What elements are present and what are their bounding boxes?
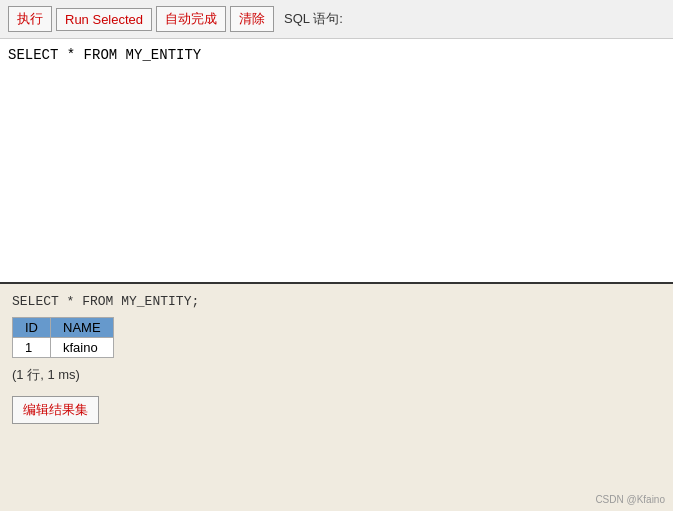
- top-panel: 执行 Run Selected 自动完成 清除 SQL 语句:: [0, 0, 673, 284]
- table-row: 1 kfaino: [13, 338, 114, 358]
- sql-label: SQL 语句:: [284, 10, 343, 28]
- query-display: SELECT * FROM MY_ENTITY;: [12, 294, 661, 309]
- run-selected-button[interactable]: Run Selected: [56, 8, 152, 31]
- result-table: ID NAME 1 kfaino: [12, 317, 114, 358]
- sql-editor[interactable]: [0, 39, 673, 279]
- execute-button[interactable]: 执行: [8, 6, 52, 32]
- row-info: (1 行, 1 ms): [12, 366, 661, 384]
- toolbar: 执行 Run Selected 自动完成 清除 SQL 语句:: [0, 0, 673, 39]
- cell-id: 1: [13, 338, 51, 358]
- cell-name: kfaino: [51, 338, 114, 358]
- watermark: CSDN @Kfaino: [595, 494, 665, 505]
- clear-button[interactable]: 清除: [230, 6, 274, 32]
- autocomplete-button[interactable]: 自动完成: [156, 6, 226, 32]
- column-header-name: NAME: [51, 318, 114, 338]
- column-header-id: ID: [13, 318, 51, 338]
- edit-result-button[interactable]: 编辑结果集: [12, 396, 99, 424]
- table-header-row: ID NAME: [13, 318, 114, 338]
- bottom-panel: SELECT * FROM MY_ENTITY; ID NAME 1 kfain…: [0, 284, 673, 511]
